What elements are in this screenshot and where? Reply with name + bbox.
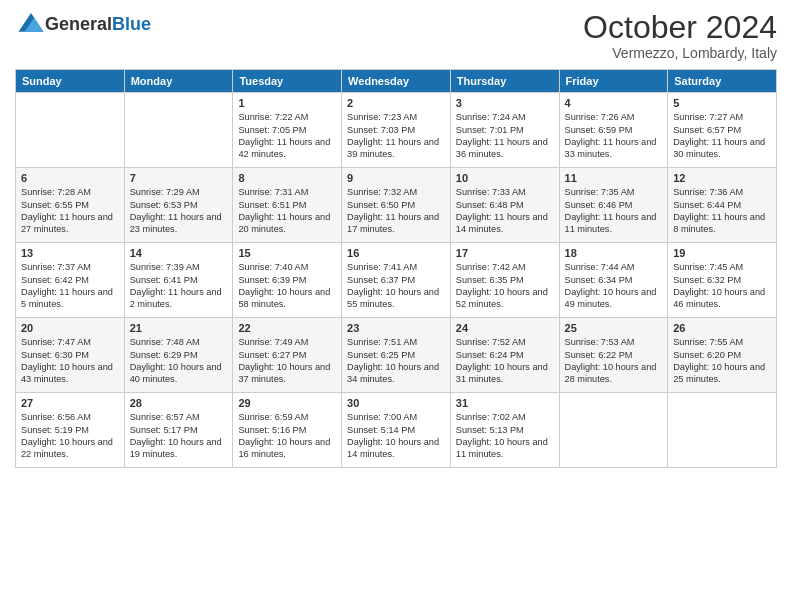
calendar-table: Sunday Monday Tuesday Wednesday Thursday… bbox=[15, 69, 777, 468]
table-row: 26Sunrise: 7:55 AM Sunset: 6:20 PM Dayli… bbox=[668, 318, 777, 393]
table-row: 23Sunrise: 7:51 AM Sunset: 6:25 PM Dayli… bbox=[342, 318, 451, 393]
cell-info: Sunrise: 7:45 AM Sunset: 6:32 PM Dayligh… bbox=[673, 261, 771, 311]
table-row bbox=[559, 393, 668, 468]
cell-info: Sunrise: 7:00 AM Sunset: 5:14 PM Dayligh… bbox=[347, 411, 445, 461]
cell-day-number: 29 bbox=[238, 397, 336, 409]
cell-info: Sunrise: 7:52 AM Sunset: 6:24 PM Dayligh… bbox=[456, 336, 554, 386]
cell-info: Sunrise: 7:44 AM Sunset: 6:34 PM Dayligh… bbox=[565, 261, 663, 311]
cell-info: Sunrise: 7:23 AM Sunset: 7:03 PM Dayligh… bbox=[347, 111, 445, 161]
table-row: 2Sunrise: 7:23 AM Sunset: 7:03 PM Daylig… bbox=[342, 93, 451, 168]
cell-info: Sunrise: 7:40 AM Sunset: 6:39 PM Dayligh… bbox=[238, 261, 336, 311]
header-tuesday: Tuesday bbox=[233, 70, 342, 93]
cell-day-number: 4 bbox=[565, 97, 663, 109]
cell-info: Sunrise: 7:51 AM Sunset: 6:25 PM Dayligh… bbox=[347, 336, 445, 386]
weekday-header-row: Sunday Monday Tuesday Wednesday Thursday… bbox=[16, 70, 777, 93]
week-row-2: 13Sunrise: 7:37 AM Sunset: 6:42 PM Dayli… bbox=[16, 243, 777, 318]
cell-day-number: 25 bbox=[565, 322, 663, 334]
cell-info: Sunrise: 7:53 AM Sunset: 6:22 PM Dayligh… bbox=[565, 336, 663, 386]
cell-day-number: 27 bbox=[21, 397, 119, 409]
table-row bbox=[16, 93, 125, 168]
table-row: 28Sunrise: 6:57 AM Sunset: 5:17 PM Dayli… bbox=[124, 393, 233, 468]
table-row: 9Sunrise: 7:32 AM Sunset: 6:50 PM Daylig… bbox=[342, 168, 451, 243]
table-row: 19Sunrise: 7:45 AM Sunset: 6:32 PM Dayli… bbox=[668, 243, 777, 318]
table-row: 5Sunrise: 7:27 AM Sunset: 6:57 PM Daylig… bbox=[668, 93, 777, 168]
table-row: 25Sunrise: 7:53 AM Sunset: 6:22 PM Dayli… bbox=[559, 318, 668, 393]
table-row: 13Sunrise: 7:37 AM Sunset: 6:42 PM Dayli… bbox=[16, 243, 125, 318]
table-row: 24Sunrise: 7:52 AM Sunset: 6:24 PM Dayli… bbox=[450, 318, 559, 393]
table-row: 7Sunrise: 7:29 AM Sunset: 6:53 PM Daylig… bbox=[124, 168, 233, 243]
header-monday: Monday bbox=[124, 70, 233, 93]
cell-info: Sunrise: 7:36 AM Sunset: 6:44 PM Dayligh… bbox=[673, 186, 771, 236]
table-row: 17Sunrise: 7:42 AM Sunset: 6:35 PM Dayli… bbox=[450, 243, 559, 318]
cell-info: Sunrise: 7:35 AM Sunset: 6:46 PM Dayligh… bbox=[565, 186, 663, 236]
table-row: 8Sunrise: 7:31 AM Sunset: 6:51 PM Daylig… bbox=[233, 168, 342, 243]
cell-info: Sunrise: 7:33 AM Sunset: 6:48 PM Dayligh… bbox=[456, 186, 554, 236]
cell-info: Sunrise: 7:37 AM Sunset: 6:42 PM Dayligh… bbox=[21, 261, 119, 311]
cell-day-number: 18 bbox=[565, 247, 663, 259]
cell-day-number: 16 bbox=[347, 247, 445, 259]
cell-info: Sunrise: 7:24 AM Sunset: 7:01 PM Dayligh… bbox=[456, 111, 554, 161]
cell-day-number: 24 bbox=[456, 322, 554, 334]
cell-day-number: 30 bbox=[347, 397, 445, 409]
cell-day-number: 8 bbox=[238, 172, 336, 184]
header-friday: Friday bbox=[559, 70, 668, 93]
table-row: 18Sunrise: 7:44 AM Sunset: 6:34 PM Dayli… bbox=[559, 243, 668, 318]
cell-day-number: 17 bbox=[456, 247, 554, 259]
table-row bbox=[668, 393, 777, 468]
cell-day-number: 9 bbox=[347, 172, 445, 184]
cell-info: Sunrise: 6:59 AM Sunset: 5:16 PM Dayligh… bbox=[238, 411, 336, 461]
cell-day-number: 1 bbox=[238, 97, 336, 109]
title-block: October 2024 Vermezzo, Lombardy, Italy bbox=[583, 10, 777, 61]
cell-info: Sunrise: 7:41 AM Sunset: 6:37 PM Dayligh… bbox=[347, 261, 445, 311]
table-row: 20Sunrise: 7:47 AM Sunset: 6:30 PM Dayli… bbox=[16, 318, 125, 393]
cell-info: Sunrise: 7:02 AM Sunset: 5:13 PM Dayligh… bbox=[456, 411, 554, 461]
cell-info: Sunrise: 7:32 AM Sunset: 6:50 PM Dayligh… bbox=[347, 186, 445, 236]
cell-day-number: 23 bbox=[347, 322, 445, 334]
table-row bbox=[124, 93, 233, 168]
cell-info: Sunrise: 7:28 AM Sunset: 6:55 PM Dayligh… bbox=[21, 186, 119, 236]
table-row: 29Sunrise: 6:59 AM Sunset: 5:16 PM Dayli… bbox=[233, 393, 342, 468]
table-row: 12Sunrise: 7:36 AM Sunset: 6:44 PM Dayli… bbox=[668, 168, 777, 243]
cell-info: Sunrise: 7:48 AM Sunset: 6:29 PM Dayligh… bbox=[130, 336, 228, 386]
table-row: 22Sunrise: 7:49 AM Sunset: 6:27 PM Dayli… bbox=[233, 318, 342, 393]
cell-day-number: 15 bbox=[238, 247, 336, 259]
cell-day-number: 14 bbox=[130, 247, 228, 259]
header-wednesday: Wednesday bbox=[342, 70, 451, 93]
cell-info: Sunrise: 7:49 AM Sunset: 6:27 PM Dayligh… bbox=[238, 336, 336, 386]
week-row-0: 1Sunrise: 7:22 AM Sunset: 7:05 PM Daylig… bbox=[16, 93, 777, 168]
week-row-4: 27Sunrise: 6:56 AM Sunset: 5:19 PM Dayli… bbox=[16, 393, 777, 468]
cell-info: Sunrise: 7:27 AM Sunset: 6:57 PM Dayligh… bbox=[673, 111, 771, 161]
cell-day-number: 6 bbox=[21, 172, 119, 184]
logo: GeneralBlue bbox=[15, 10, 151, 38]
logo-general: General bbox=[45, 14, 112, 34]
cell-day-number: 12 bbox=[673, 172, 771, 184]
table-row: 15Sunrise: 7:40 AM Sunset: 6:39 PM Dayli… bbox=[233, 243, 342, 318]
cell-day-number: 3 bbox=[456, 97, 554, 109]
cell-info: Sunrise: 7:39 AM Sunset: 6:41 PM Dayligh… bbox=[130, 261, 228, 311]
cell-day-number: 19 bbox=[673, 247, 771, 259]
table-row: 27Sunrise: 6:56 AM Sunset: 5:19 PM Dayli… bbox=[16, 393, 125, 468]
week-row-1: 6Sunrise: 7:28 AM Sunset: 6:55 PM Daylig… bbox=[16, 168, 777, 243]
cell-info: Sunrise: 7:22 AM Sunset: 7:05 PM Dayligh… bbox=[238, 111, 336, 161]
cell-info: Sunrise: 7:55 AM Sunset: 6:20 PM Dayligh… bbox=[673, 336, 771, 386]
cell-info: Sunrise: 7:26 AM Sunset: 6:59 PM Dayligh… bbox=[565, 111, 663, 161]
table-row: 4Sunrise: 7:26 AM Sunset: 6:59 PM Daylig… bbox=[559, 93, 668, 168]
table-row: 11Sunrise: 7:35 AM Sunset: 6:46 PM Dayli… bbox=[559, 168, 668, 243]
table-row: 10Sunrise: 7:33 AM Sunset: 6:48 PM Dayli… bbox=[450, 168, 559, 243]
page: GeneralBlue October 2024 Vermezzo, Lomba… bbox=[0, 0, 792, 612]
cell-day-number: 20 bbox=[21, 322, 119, 334]
week-row-3: 20Sunrise: 7:47 AM Sunset: 6:30 PM Dayli… bbox=[16, 318, 777, 393]
cell-day-number: 11 bbox=[565, 172, 663, 184]
cell-info: Sunrise: 7:29 AM Sunset: 6:53 PM Dayligh… bbox=[130, 186, 228, 236]
cell-day-number: 31 bbox=[456, 397, 554, 409]
table-row: 30Sunrise: 7:00 AM Sunset: 5:14 PM Dayli… bbox=[342, 393, 451, 468]
cell-day-number: 10 bbox=[456, 172, 554, 184]
logo-blue: Blue bbox=[112, 14, 151, 34]
header-sunday: Sunday bbox=[16, 70, 125, 93]
table-row: 16Sunrise: 7:41 AM Sunset: 6:37 PM Dayli… bbox=[342, 243, 451, 318]
header-thursday: Thursday bbox=[450, 70, 559, 93]
logo-icon bbox=[17, 10, 45, 38]
header: GeneralBlue October 2024 Vermezzo, Lomba… bbox=[15, 10, 777, 61]
cell-day-number: 5 bbox=[673, 97, 771, 109]
location-title: Vermezzo, Lombardy, Italy bbox=[583, 45, 777, 61]
